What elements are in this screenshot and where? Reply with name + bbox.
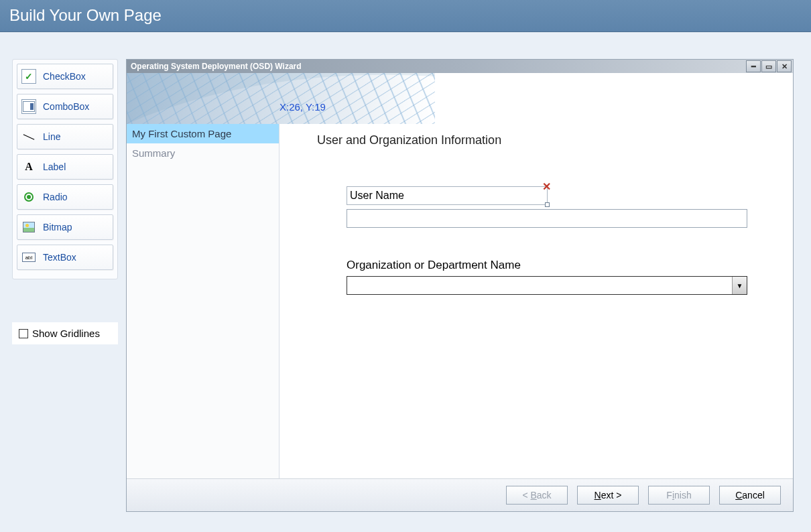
- tool-label[interactable]: A Label: [17, 154, 113, 180]
- tool-label: Label: [43, 161, 66, 172]
- resize-handle-icon[interactable]: [545, 202, 550, 207]
- page-header-title: Build Your Own Page: [9, 6, 162, 25]
- show-gridlines-checkbox[interactable]: Show Gridlines: [12, 322, 118, 344]
- banner-pattern-icon: [127, 73, 435, 124]
- line-icon: [21, 129, 36, 144]
- chevron-down-icon[interactable]: ▼: [732, 277, 747, 294]
- tool-combobox[interactable]: ComboBox: [17, 94, 113, 119]
- page-title: User and Organization Information: [317, 133, 755, 147]
- tool-label: CheckBox: [43, 71, 86, 82]
- selected-label-element[interactable]: User Name ✕: [347, 186, 548, 205]
- toolbox-panel: ✓ CheckBox ComboBox Line A Label Radio: [12, 59, 118, 279]
- textbox-icon: abl: [21, 250, 36, 265]
- tool-label: Radio: [43, 192, 68, 202]
- dropdown-value: [347, 277, 732, 294]
- tool-textbox[interactable]: abl TextBox: [17, 245, 113, 270]
- tool-line[interactable]: Line: [17, 124, 113, 149]
- main-area: ✓ CheckBox ComboBox Line A Label Radio: [0, 32, 811, 512]
- step-summary[interactable]: Summary: [127, 143, 279, 163]
- radio-icon: [21, 190, 36, 204]
- wizard-titlebar[interactable]: Operating System Deployment (OSD) Wizard…: [127, 60, 793, 73]
- tool-bitmap[interactable]: Bitmap: [17, 214, 113, 240]
- tool-label: TextBox: [43, 252, 76, 263]
- combobox-icon: [21, 99, 36, 114]
- wizard-steps-sidebar: My First Custom Page Summary: [127, 124, 279, 478]
- tool-checkbox[interactable]: ✓ CheckBox: [17, 64, 113, 89]
- delete-element-icon[interactable]: ✕: [542, 180, 551, 193]
- user-name-input[interactable]: [347, 209, 747, 228]
- user-name-label: User Name: [350, 190, 404, 201]
- show-gridlines-label: Show Gridlines: [32, 328, 100, 339]
- checkbox-icon: ✓: [21, 69, 36, 84]
- cursor-coordinates: X:26, Y:19: [279, 101, 326, 113]
- back-button[interactable]: < Back: [506, 486, 568, 505]
- step-label: Summary: [132, 147, 175, 159]
- label-icon: A: [21, 159, 36, 174]
- left-column: ✓ CheckBox ComboBox Line A Label Radio: [12, 59, 118, 512]
- organization-field-group: Organization or Department Name ▼: [347, 259, 749, 295]
- user-name-field-group: User Name ✕: [347, 186, 749, 228]
- checkbox-icon: [19, 329, 28, 338]
- tool-radio[interactable]: Radio: [17, 184, 113, 210]
- wizard-footer: < Back Next > Finish Cancel: [127, 479, 793, 511]
- maximize-button[interactable]: ▭: [761, 60, 776, 72]
- wizard-banner: X:26, Y:19: [127, 73, 793, 124]
- wizard-content: User and Organization Information User N…: [279, 124, 793, 478]
- step-label: My First Custom Page: [132, 128, 231, 139]
- wizard-body: My First Custom Page Summary User and Or…: [127, 124, 793, 479]
- tool-label: Bitmap: [43, 222, 72, 232]
- next-button[interactable]: Next >: [577, 486, 639, 505]
- organization-dropdown[interactable]: ▼: [347, 276, 747, 295]
- tool-label: Line: [43, 131, 60, 142]
- close-button[interactable]: ✕: [777, 60, 792, 72]
- wizard-window: Operating System Deployment (OSD) Wizard…: [126, 59, 794, 512]
- minimize-button[interactable]: ━: [746, 60, 761, 72]
- page-header: Build Your Own Page: [0, 0, 811, 32]
- finish-button[interactable]: Finish: [648, 486, 710, 505]
- wizard-title: Operating System Deployment (OSD) Wizard: [131, 62, 302, 71]
- step-my-first-custom-page[interactable]: My First Custom Page: [127, 124, 279, 143]
- cancel-button[interactable]: Cancel: [719, 486, 781, 505]
- bitmap-icon: [21, 220, 36, 235]
- tool-label: ComboBox: [43, 101, 89, 112]
- organization-label: Organization or Department Name: [347, 259, 749, 272]
